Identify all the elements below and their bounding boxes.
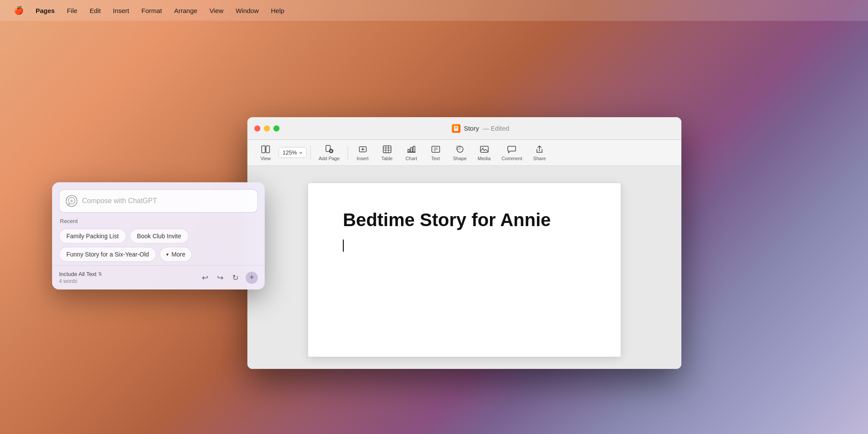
window-controls [254, 125, 279, 132]
shape-icon [455, 144, 465, 155]
chatgpt-logo-icon [66, 195, 78, 207]
toolbar-shape-button[interactable]: Shape [449, 141, 471, 164]
toolbar-media-label: Media [478, 156, 491, 161]
add-button[interactable]: + [246, 272, 258, 284]
chatgpt-input-wrapper[interactable] [59, 189, 258, 213]
toolbar-chart-button[interactable]: Chart [400, 141, 423, 164]
toolbar-view-label: View [260, 156, 271, 161]
svg-point-16 [70, 200, 73, 202]
menubar-window[interactable]: Window [230, 5, 264, 16]
redo-button[interactable]: ↪ [215, 271, 225, 284]
chatgpt-input-area [52, 182, 265, 218]
document-page[interactable]: Bedtime Story for Annie [308, 183, 621, 357]
recent-chips: Family Packing List Book Club Invite Fun… [59, 229, 258, 262]
menubar-view[interactable]: View [204, 5, 229, 16]
include-all-text-button[interactable]: Include All Text ⇅ [59, 271, 102, 277]
toolbar-table-label: Table [381, 156, 392, 161]
toolbar-insert-button[interactable]: Insert [352, 141, 374, 164]
toolbar-insert-label: Insert [357, 156, 369, 161]
toolbar-share-button[interactable]: Share [528, 141, 551, 164]
desktop: 🍎 Pages File Edit Insert Format Arrange … [0, 0, 868, 434]
toolbar-chart-label: Chart [405, 156, 417, 161]
insert-icon [358, 144, 368, 155]
toolbar-add-page-button[interactable]: Add Page [314, 141, 344, 164]
svg-rect-0 [454, 126, 458, 131]
window-titlebar: Story — Edited [247, 117, 681, 140]
menubar-format[interactable]: Format [136, 5, 168, 16]
toolbar-separator-2 [348, 146, 348, 160]
pages-app-icon [452, 124, 460, 133]
toolbar-separator-1 [310, 146, 311, 160]
toolbar-comment-button[interactable]: Comment [497, 141, 527, 164]
recent-label: Recent [59, 218, 258, 224]
menubar-help[interactable]: Help [266, 5, 289, 16]
include-label: Include All Text [59, 271, 96, 277]
toolbar-zoom-button[interactable]: 125% [279, 147, 307, 158]
svg-rect-2 [454, 128, 457, 128]
svg-rect-3 [454, 128, 457, 129]
toolbar: View 125% Add Page [247, 140, 681, 166]
word-count-label: 4 words [59, 278, 102, 284]
media-icon [479, 144, 490, 155]
window-maximize-button[interactable] [273, 125, 279, 132]
chatgpt-bottom-bar: Include All Text ⇅ 4 words ↩ ↪ ↻ + [52, 265, 265, 289]
menubar-arrange[interactable]: Arrange [169, 5, 202, 16]
table-icon [382, 144, 392, 155]
window-title: Story [464, 125, 479, 132]
svg-rect-13 [480, 146, 488, 152]
zoom-chevron-icon [299, 151, 303, 155]
recent-chip-family-packing[interactable]: Family Packing List [59, 229, 126, 243]
svg-rect-4 [262, 146, 265, 153]
menubar-insert[interactable]: Insert [108, 5, 135, 16]
toolbar-view-button[interactable]: View [254, 141, 277, 164]
menubar-pages[interactable]: Pages [30, 5, 60, 16]
more-chevron-icon: ▾ [166, 252, 169, 257]
recent-chip-funny-story[interactable]: Funny Story for a Six-Year-Old [59, 247, 156, 262]
svg-rect-9 [383, 146, 391, 153]
window-minimize-button[interactable] [264, 125, 270, 132]
toolbar-media-button[interactable]: Media [473, 141, 496, 164]
menubar-edit[interactable]: Edit [84, 5, 106, 16]
refresh-button[interactable]: ↻ [230, 271, 240, 284]
apple-menu[interactable]: 🍎 [9, 4, 29, 17]
chatgpt-panel: Recent Family Packing List Book Club Inv… [52, 182, 265, 289]
document-area[interactable]: Bedtime Story for Annie [247, 166, 681, 369]
window-title-area: Story — Edited [286, 124, 674, 133]
toolbar-comment-label: Comment [502, 156, 523, 161]
zoom-value: 125% [283, 149, 297, 156]
toolbar-text-button[interactable]: Text [424, 141, 447, 164]
comment-icon [506, 144, 517, 155]
window-edited-label: — Edited [483, 125, 510, 132]
toolbar-add-page-label: Add Page [319, 156, 339, 161]
undo-button[interactable]: ↩ [200, 271, 210, 284]
add-page-icon [324, 144, 334, 155]
pages-window: Story — Edited View 125% [247, 117, 681, 369]
text-cursor [343, 240, 344, 252]
text-box-icon [431, 144, 441, 155]
bottom-actions: ↩ ↪ ↻ + [200, 271, 258, 284]
svg-rect-5 [266, 146, 270, 153]
include-arrows-icon: ⇅ [98, 271, 102, 277]
view-icon [260, 144, 271, 155]
toolbar-share-label: Share [533, 156, 546, 161]
svg-rect-1 [454, 127, 457, 127]
more-label: More [171, 251, 185, 258]
toolbar-table-button[interactable]: Table [376, 141, 398, 164]
share-icon [534, 144, 545, 155]
chatgpt-compose-input[interactable] [82, 197, 251, 205]
recent-chip-book-club[interactable]: Book Club Invite [130, 229, 189, 243]
chart-icon [406, 144, 417, 155]
menubar: 🍎 Pages File Edit Insert Format Arrange … [0, 0, 868, 21]
include-text-area: Include All Text ⇅ 4 words [59, 271, 102, 284]
document-body[interactable] [343, 240, 586, 252]
window-close-button[interactable] [254, 125, 260, 132]
recent-section: Recent Family Packing List Book Club Inv… [52, 218, 265, 265]
document-title: Bedtime Story for Annie [343, 209, 586, 231]
toolbar-text-label: Text [431, 156, 440, 161]
more-button[interactable]: ▾ More [160, 247, 192, 262]
menubar-file[interactable]: File [62, 5, 82, 16]
toolbar-shape-label: Shape [453, 156, 467, 161]
